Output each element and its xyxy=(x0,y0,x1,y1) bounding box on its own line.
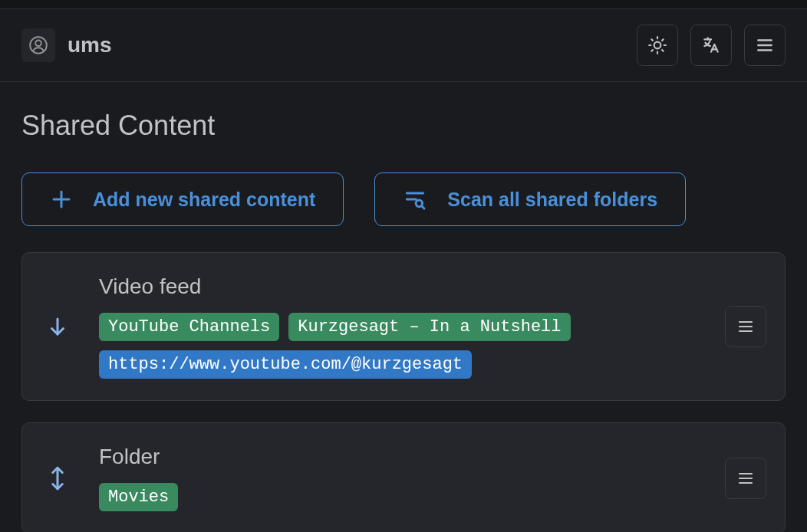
svg-line-9 xyxy=(651,50,653,51)
chip: Movies xyxy=(99,483,178,511)
svg-point-2 xyxy=(654,42,661,49)
hamburger-icon xyxy=(736,317,755,336)
chip: Kurzgesagt – In a Nutshell xyxy=(288,313,570,341)
shared-content-card: Video feedYouTube ChannelsKurzgesagt – I… xyxy=(21,252,786,401)
scan-folders-button[interactable]: Scan all shared folders xyxy=(374,172,686,226)
main-menu-button[interactable] xyxy=(744,25,786,66)
chip-row: YouTube ChannelsKurzgesagt – In a Nutshe… xyxy=(99,313,700,379)
page-title: Shared Content xyxy=(21,110,786,142)
translate-icon xyxy=(701,35,721,55)
svg-point-1 xyxy=(35,41,41,47)
drag-handle[interactable] xyxy=(41,315,74,338)
svg-line-10 xyxy=(662,39,664,41)
hamburger-icon xyxy=(736,469,755,488)
drag-handle[interactable] xyxy=(41,465,74,492)
hamburger-icon xyxy=(755,35,775,55)
card-menu-button[interactable] xyxy=(725,306,766,347)
user-avatar-button[interactable] xyxy=(21,28,55,62)
theme-toggle-button[interactable] xyxy=(637,25,678,66)
svg-line-5 xyxy=(651,39,653,41)
card-title: Video feed xyxy=(99,274,700,299)
scan-button-label: Scan all shared folders xyxy=(447,189,657,211)
card-menu-button[interactable] xyxy=(725,458,766,499)
action-row: Add new shared content Scan all shared f… xyxy=(21,172,786,226)
svg-line-19 xyxy=(422,206,424,209)
window-topbar xyxy=(0,0,807,9)
plus-icon xyxy=(50,188,73,211)
add-shared-content-button[interactable]: Add new shared content xyxy=(21,172,344,226)
list-search-icon xyxy=(403,187,427,212)
add-button-label: Add new shared content xyxy=(93,189,315,211)
header: ums xyxy=(0,9,807,82)
card-title: Folder xyxy=(99,445,700,469)
user-icon xyxy=(28,35,48,55)
chip: YouTube Channels xyxy=(99,313,279,341)
main-content: Shared Content Add new shared content Sc… xyxy=(0,82,807,532)
chip-row: Movies xyxy=(99,483,700,511)
sun-icon xyxy=(647,35,667,55)
app-title: ums xyxy=(68,33,112,57)
card-content: FolderMovies xyxy=(99,445,700,511)
shared-content-card: FolderMovies xyxy=(21,422,786,532)
language-button[interactable] xyxy=(690,25,732,66)
card-content: Video feedYouTube ChannelsKurzgesagt – I… xyxy=(99,274,700,379)
arrow-down-icon xyxy=(46,315,69,338)
chip: https://www.youtube.com/@kurzgesagt xyxy=(99,350,472,379)
arrow-up-down-icon xyxy=(46,465,69,492)
svg-line-6 xyxy=(662,50,664,51)
